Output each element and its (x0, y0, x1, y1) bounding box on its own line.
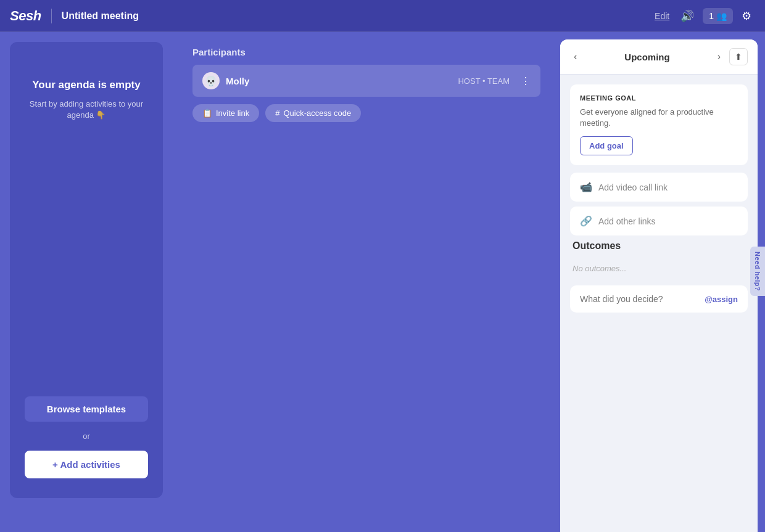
settings-icon: ⚙ (742, 9, 751, 23)
outcome-input-row: @assign (570, 285, 748, 313)
add-video-call-item[interactable]: 📹 Add video call link (570, 173, 748, 202)
add-video-call-label: Add video call link (598, 182, 668, 192)
or-label: or (83, 432, 90, 441)
quick-access-button[interactable]: # Quick-access code (265, 104, 361, 122)
right-panel-header: ‹ Upcoming › ⬆ (560, 39, 758, 75)
center-panel: Participants 💀 Molly HOST • TEAM ⋮ 📋 Inv… (173, 32, 560, 532)
outcome-input[interactable] (580, 294, 700, 304)
agenda-empty-title: Your agenda is empty (32, 79, 140, 91)
hash-icon: # (275, 108, 279, 118)
meeting-title: Untitled meeting (62, 10, 647, 22)
share-icon: ⬆ (735, 52, 742, 62)
share-button[interactable]: ⬆ (729, 48, 748, 65)
add-other-links-label: Add other links (598, 216, 656, 226)
right-panel-content: MEETING GOAL Get everyone aligned for a … (560, 75, 758, 532)
meeting-goal-card: MEETING GOAL Get everyone aligned for a … (570, 84, 748, 165)
meeting-goal-desc: Get everyone aligned for a productive me… (580, 107, 738, 129)
participant-more-button[interactable]: ⋮ (521, 75, 531, 87)
add-activities-button[interactable]: + Add activities (25, 451, 148, 478)
assign-tag[interactable]: @assign (705, 295, 738, 304)
participants-button[interactable]: 1 👥 (703, 8, 733, 24)
edit-button[interactable]: Edit (655, 11, 669, 21)
avatar-emoji: 💀 (205, 75, 217, 87)
settings-button[interactable]: ⚙ (738, 6, 755, 27)
add-other-links-item[interactable]: 🔗 Add other links (570, 207, 748, 235)
no-outcomes-label: No outcomes... (570, 259, 748, 278)
clipboard-icon: 📋 (202, 108, 212, 118)
people-icon: 👥 (716, 11, 727, 21)
agenda-empty-subtitle: Start by adding activities to your agend… (25, 99, 148, 121)
upcoming-label: Upcoming (585, 52, 708, 62)
left-panel: Your agenda is empty Start by adding act… (0, 32, 173, 532)
outcomes-section: Outcomes No outcomes... @assign (570, 240, 748, 313)
header-divider (51, 9, 52, 23)
main-content: Your agenda is empty Start by adding act… (0, 32, 765, 532)
nav-prev-button[interactable]: ‹ (570, 49, 581, 65)
header: Sesh Untitled meeting Edit 🔊 1 👥 ⚙ (0, 0, 765, 32)
header-actions: 🔊 1 👥 ⚙ (677, 6, 755, 27)
nav-next-button[interactable]: › (714, 49, 724, 65)
right-panel: ‹ Upcoming › ⬆ MEETING GOAL Get everyone… (560, 39, 758, 532)
invite-link-button[interactable]: 📋 Invite link (192, 104, 259, 122)
agenda-empty-card: Your agenda is empty Start by adding act… (10, 42, 163, 498)
quick-access-label: Quick-access code (283, 108, 351, 118)
participant-name: Molly (226, 76, 452, 86)
participant-role: HOST • TEAM (458, 76, 510, 86)
invite-link-label: Invite link (216, 108, 249, 118)
link-icon: 🔗 (580, 215, 592, 227)
outcomes-title: Outcomes (570, 240, 748, 252)
sound-icon: 🔊 (680, 9, 694, 23)
participants-count: 1 (709, 11, 714, 21)
video-icon: 📹 (580, 181, 592, 193)
meeting-goal-title: MEETING GOAL (580, 94, 738, 102)
participant-row: 💀 Molly HOST • TEAM ⋮ (192, 65, 540, 97)
link-buttons: 📋 Invite link # Quick-access code (192, 104, 540, 122)
browse-templates-button[interactable]: Browse templates (25, 396, 148, 422)
participants-label: Participants (192, 47, 540, 57)
avatar: 💀 (202, 72, 220, 89)
need-help-tab[interactable]: Need help? (750, 247, 765, 296)
sound-button[interactable]: 🔊 (677, 6, 698, 27)
app-logo: Sesh (10, 8, 41, 24)
add-goal-button[interactable]: Add goal (580, 136, 633, 155)
